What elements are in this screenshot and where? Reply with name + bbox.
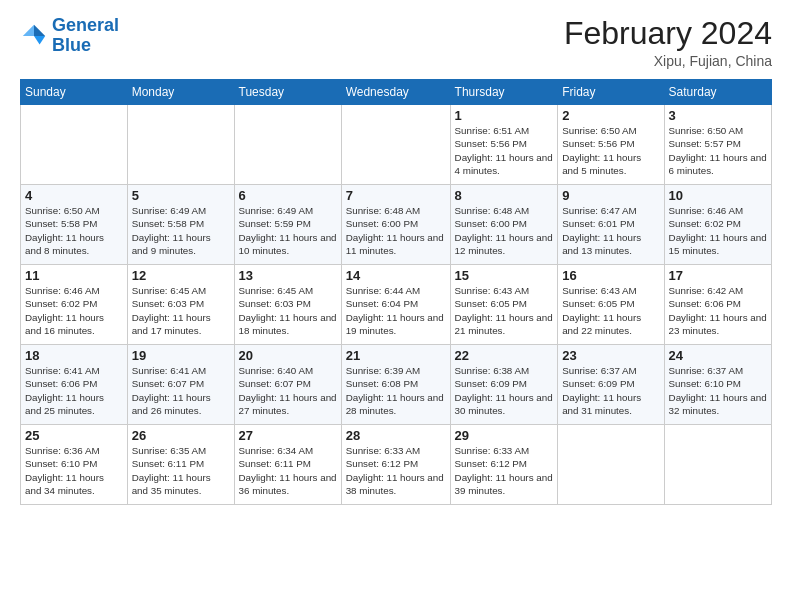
calendar-cell: 9Sunrise: 6:47 AMSunset: 6:01 PMDaylight… (558, 185, 664, 265)
day-number: 3 (669, 108, 767, 123)
calendar-cell: 10Sunrise: 6:46 AMSunset: 6:02 PMDayligh… (664, 185, 771, 265)
calendar-cell: 13Sunrise: 6:45 AMSunset: 6:03 PMDayligh… (234, 265, 341, 345)
day-number: 4 (25, 188, 123, 203)
calendar-cell (341, 105, 450, 185)
day-info: Sunrise: 6:46 AMSunset: 6:02 PMDaylight:… (669, 204, 767, 257)
day-info: Sunrise: 6:37 AMSunset: 6:10 PMDaylight:… (669, 364, 767, 417)
day-info: Sunrise: 6:43 AMSunset: 6:05 PMDaylight:… (455, 284, 554, 337)
calendar-cell: 27Sunrise: 6:34 AMSunset: 6:11 PMDayligh… (234, 425, 341, 505)
day-number: 29 (455, 428, 554, 443)
calendar-cell (558, 425, 664, 505)
calendar-week-row: 11Sunrise: 6:46 AMSunset: 6:02 PMDayligh… (21, 265, 772, 345)
header-tuesday: Tuesday (234, 80, 341, 105)
day-info: Sunrise: 6:43 AMSunset: 6:05 PMDaylight:… (562, 284, 659, 337)
day-number: 24 (669, 348, 767, 363)
calendar-cell: 23Sunrise: 6:37 AMSunset: 6:09 PMDayligh… (558, 345, 664, 425)
calendar-cell: 4Sunrise: 6:50 AMSunset: 5:58 PMDaylight… (21, 185, 128, 265)
day-number: 12 (132, 268, 230, 283)
day-number: 14 (346, 268, 446, 283)
header-sunday: Sunday (21, 80, 128, 105)
page: General Blue February 2024 Xipu, Fujian,… (0, 0, 792, 515)
header-friday: Friday (558, 80, 664, 105)
day-info: Sunrise: 6:39 AMSunset: 6:08 PMDaylight:… (346, 364, 446, 417)
calendar-week-row: 18Sunrise: 6:41 AMSunset: 6:06 PMDayligh… (21, 345, 772, 425)
calendar-table: Sunday Monday Tuesday Wednesday Thursday… (20, 79, 772, 505)
calendar-cell: 3Sunrise: 6:50 AMSunset: 5:57 PMDaylight… (664, 105, 771, 185)
title-block: February 2024 Xipu, Fujian, China (564, 16, 772, 69)
calendar-cell: 20Sunrise: 6:40 AMSunset: 6:07 PMDayligh… (234, 345, 341, 425)
calendar-cell: 21Sunrise: 6:39 AMSunset: 6:08 PMDayligh… (341, 345, 450, 425)
day-number: 28 (346, 428, 446, 443)
day-number: 6 (239, 188, 337, 203)
day-number: 2 (562, 108, 659, 123)
day-number: 8 (455, 188, 554, 203)
calendar-cell: 26Sunrise: 6:35 AMSunset: 6:11 PMDayligh… (127, 425, 234, 505)
day-number: 5 (132, 188, 230, 203)
header-thursday: Thursday (450, 80, 558, 105)
calendar-week-row: 25Sunrise: 6:36 AMSunset: 6:10 PMDayligh… (21, 425, 772, 505)
calendar-cell: 7Sunrise: 6:48 AMSunset: 6:00 PMDaylight… (341, 185, 450, 265)
calendar-cell: 16Sunrise: 6:43 AMSunset: 6:05 PMDayligh… (558, 265, 664, 345)
day-number: 19 (132, 348, 230, 363)
day-info: Sunrise: 6:44 AMSunset: 6:04 PMDaylight:… (346, 284, 446, 337)
calendar-cell: 19Sunrise: 6:41 AMSunset: 6:07 PMDayligh… (127, 345, 234, 425)
day-info: Sunrise: 6:40 AMSunset: 6:07 PMDaylight:… (239, 364, 337, 417)
day-info: Sunrise: 6:33 AMSunset: 6:12 PMDaylight:… (346, 444, 446, 497)
header-saturday: Saturday (664, 80, 771, 105)
day-info: Sunrise: 6:49 AMSunset: 5:58 PMDaylight:… (132, 204, 230, 257)
calendar-cell (21, 105, 128, 185)
calendar-cell (664, 425, 771, 505)
day-number: 26 (132, 428, 230, 443)
day-number: 10 (669, 188, 767, 203)
day-number: 17 (669, 268, 767, 283)
calendar-cell (127, 105, 234, 185)
calendar-cell: 25Sunrise: 6:36 AMSunset: 6:10 PMDayligh… (21, 425, 128, 505)
calendar-cell: 1Sunrise: 6:51 AMSunset: 5:56 PMDaylight… (450, 105, 558, 185)
day-info: Sunrise: 6:41 AMSunset: 6:07 PMDaylight:… (132, 364, 230, 417)
svg-marker-0 (34, 25, 45, 36)
day-info: Sunrise: 6:51 AMSunset: 5:56 PMDaylight:… (455, 124, 554, 177)
calendar-cell: 17Sunrise: 6:42 AMSunset: 6:06 PMDayligh… (664, 265, 771, 345)
day-info: Sunrise: 6:38 AMSunset: 6:09 PMDaylight:… (455, 364, 554, 417)
calendar-cell (234, 105, 341, 185)
day-number: 23 (562, 348, 659, 363)
calendar-cell: 11Sunrise: 6:46 AMSunset: 6:02 PMDayligh… (21, 265, 128, 345)
day-info: Sunrise: 6:48 AMSunset: 6:00 PMDaylight:… (455, 204, 554, 257)
day-number: 27 (239, 428, 337, 443)
day-info: Sunrise: 6:48 AMSunset: 6:00 PMDaylight:… (346, 204, 446, 257)
day-number: 13 (239, 268, 337, 283)
calendar-cell: 8Sunrise: 6:48 AMSunset: 6:00 PMDaylight… (450, 185, 558, 265)
calendar-cell: 29Sunrise: 6:33 AMSunset: 6:12 PMDayligh… (450, 425, 558, 505)
calendar-cell: 6Sunrise: 6:49 AMSunset: 5:59 PMDaylight… (234, 185, 341, 265)
calendar-cell: 12Sunrise: 6:45 AMSunset: 6:03 PMDayligh… (127, 265, 234, 345)
day-number: 20 (239, 348, 337, 363)
header-monday: Monday (127, 80, 234, 105)
calendar-week-row: 4Sunrise: 6:50 AMSunset: 5:58 PMDaylight… (21, 185, 772, 265)
day-number: 1 (455, 108, 554, 123)
calendar-cell: 14Sunrise: 6:44 AMSunset: 6:04 PMDayligh… (341, 265, 450, 345)
day-number: 7 (346, 188, 446, 203)
day-number: 11 (25, 268, 123, 283)
day-info: Sunrise: 6:36 AMSunset: 6:10 PMDaylight:… (25, 444, 123, 497)
day-number: 18 (25, 348, 123, 363)
calendar-cell: 15Sunrise: 6:43 AMSunset: 6:05 PMDayligh… (450, 265, 558, 345)
logo-icon (20, 22, 48, 50)
day-info: Sunrise: 6:45 AMSunset: 6:03 PMDaylight:… (239, 284, 337, 337)
calendar-cell: 5Sunrise: 6:49 AMSunset: 5:58 PMDaylight… (127, 185, 234, 265)
day-info: Sunrise: 6:42 AMSunset: 6:06 PMDaylight:… (669, 284, 767, 337)
header-wednesday: Wednesday (341, 80, 450, 105)
day-number: 9 (562, 188, 659, 203)
day-number: 21 (346, 348, 446, 363)
calendar-cell: 24Sunrise: 6:37 AMSunset: 6:10 PMDayligh… (664, 345, 771, 425)
day-info: Sunrise: 6:35 AMSunset: 6:11 PMDaylight:… (132, 444, 230, 497)
calendar-cell: 22Sunrise: 6:38 AMSunset: 6:09 PMDayligh… (450, 345, 558, 425)
day-info: Sunrise: 6:45 AMSunset: 6:03 PMDaylight:… (132, 284, 230, 337)
day-info: Sunrise: 6:37 AMSunset: 6:09 PMDaylight:… (562, 364, 659, 417)
day-info: Sunrise: 6:46 AMSunset: 6:02 PMDaylight:… (25, 284, 123, 337)
logo-text: General Blue (52, 16, 119, 56)
day-info: Sunrise: 6:41 AMSunset: 6:06 PMDaylight:… (25, 364, 123, 417)
month-title: February 2024 (564, 16, 772, 51)
svg-marker-1 (34, 36, 45, 44)
logo: General Blue (20, 16, 119, 56)
day-number: 15 (455, 268, 554, 283)
